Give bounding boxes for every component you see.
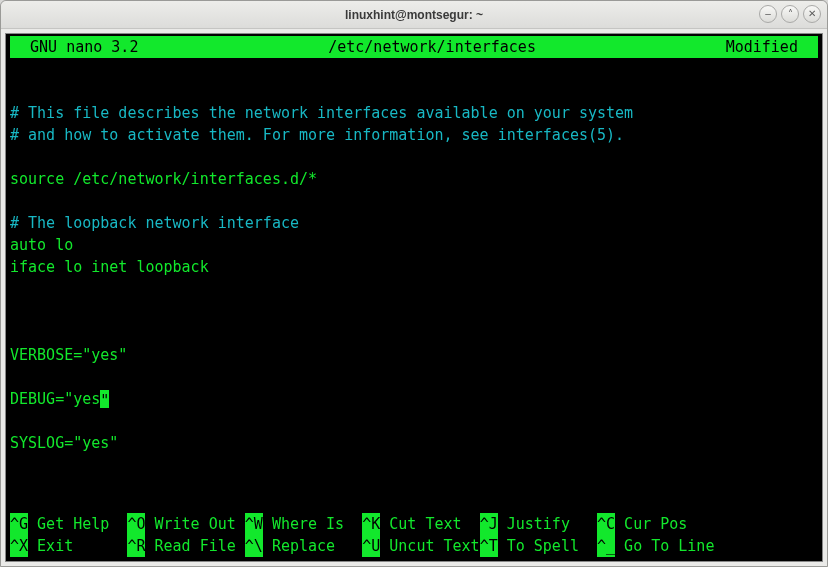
- shortcut-key: ^O: [127, 513, 145, 535]
- shortcut-key: ^X: [10, 535, 28, 557]
- nano-header: GNU nano 3.2 /etc/network/interfaces Mod…: [10, 36, 818, 58]
- shortcut-label: Read File: [145, 535, 244, 557]
- shortcut-key: ^K: [362, 513, 380, 535]
- blank-line: [10, 82, 19, 100]
- shortcut-label: Replace: [263, 535, 362, 557]
- shortcut-key: ^_: [597, 535, 615, 557]
- shortcut-row-1: ^G Get Help ^O Write Out ^W Where Is ^K …: [10, 513, 818, 535]
- shortcut-key: ^G: [10, 513, 28, 535]
- comment-line: # This file describes the network interf…: [10, 104, 633, 122]
- cursor: ": [100, 390, 109, 408]
- config-line: SYSLOG="yes": [10, 434, 118, 452]
- shortcut-key: ^\: [245, 535, 263, 557]
- maximize-button[interactable]: ˄: [781, 5, 799, 23]
- shortcut-label: Cut Text: [380, 513, 479, 535]
- shortcut-key: ^C: [597, 513, 615, 535]
- shortcut-key: ^J: [480, 513, 498, 535]
- shortcut-label: Uncut Text: [380, 535, 479, 557]
- terminal-window: linuxhint@montsegur: ~ – ˄ ✕ GNU nano 3.…: [0, 0, 828, 567]
- shortcut-label: Cur Pos: [615, 513, 687, 535]
- titlebar[interactable]: linuxhint@montsegur: ~ – ˄ ✕: [1, 1, 827, 29]
- nano-status: Modified: [726, 36, 818, 58]
- comment-line: # and how to activate them. For more inf…: [10, 126, 624, 144]
- minimize-button[interactable]: –: [759, 5, 777, 23]
- shortcut-key: ^U: [362, 535, 380, 557]
- config-line: DEBUG="yes": [10, 390, 109, 408]
- comment-line: # The loopback network interface: [10, 214, 299, 232]
- shortcut-label: Write Out: [145, 513, 244, 535]
- shortcut-label: Justify: [498, 513, 597, 535]
- shortcut-label: Where Is: [263, 513, 362, 535]
- config-line: auto lo: [10, 236, 73, 254]
- close-button[interactable]: ✕: [803, 5, 821, 23]
- shortcut-key: ^T: [480, 535, 498, 557]
- shortcut-label: Get Help: [28, 513, 127, 535]
- nano-app-name: GNU nano 3.2: [10, 36, 138, 58]
- config-line: VERBOSE="yes": [10, 346, 127, 364]
- terminal-area[interactable]: GNU nano 3.2 /etc/network/interfaces Mod…: [5, 33, 823, 562]
- shortcut-label: To Spell: [498, 535, 597, 557]
- shortcut-key: ^W: [245, 513, 263, 535]
- shortcut-label: Exit: [28, 535, 127, 557]
- source-line: source /etc/network/interfaces.d/*: [10, 170, 317, 188]
- nano-file-name: /etc/network/interfaces: [138, 36, 725, 58]
- window-title: linuxhint@montsegur: ~: [345, 8, 483, 22]
- config-line: iface lo inet loopback: [10, 258, 209, 276]
- shortcut-label: Go To Line: [615, 535, 714, 557]
- nano-footer: ^G Get Help ^O Write Out ^W Where Is ^K …: [10, 513, 818, 557]
- shortcut-row-2: ^X Exit ^R Read File ^\ Replace ^U Uncut…: [10, 535, 818, 557]
- editor-content[interactable]: # This file describes the network interf…: [10, 58, 818, 476]
- text-before-cursor: DEBUG="yes: [10, 390, 100, 408]
- shortcut-key: ^R: [127, 535, 145, 557]
- window-buttons: – ˄ ✕: [759, 5, 821, 23]
